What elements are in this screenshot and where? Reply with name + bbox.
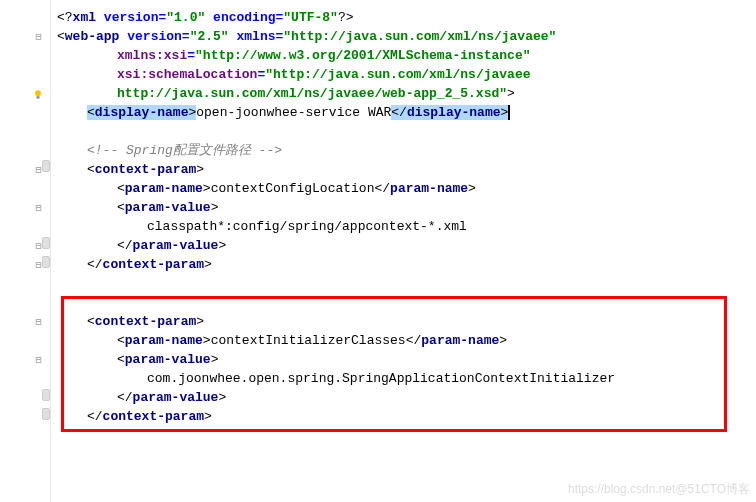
line-marker[interactable] xyxy=(42,160,50,172)
fold-icon[interactable]: ⊟ xyxy=(33,202,44,213)
line-marker[interactable] xyxy=(42,256,50,268)
code-editor: ⊟ ⊟ ⊟ ⊟ ⊟ ⊟ ⊟ xyxy=(0,0,756,502)
code-line: <!-- Spring配置文件路径 --> xyxy=(57,141,756,160)
code-line: xmlns:xsi="http://www.w3.org/2001/XMLSch… xyxy=(57,46,756,65)
code-line: xsi:schemaLocation="http://java.sun.com/… xyxy=(57,65,756,84)
code-line: http://java.sun.com/xml/ns/javaee/web-ap… xyxy=(57,84,756,103)
code-line: <param-name>contextInitializerClasses</p… xyxy=(57,331,756,350)
code-line: <?xml version="1.0" encoding="UTF-8"?> xyxy=(57,8,756,27)
svg-point-0 xyxy=(35,90,41,96)
code-line: com.joonwhee.open.spring.SpringApplicati… xyxy=(57,369,756,388)
code-line: </param-value> xyxy=(57,236,756,255)
code-line: <web-app version="2.5" xmlns="http://jav… xyxy=(57,27,756,46)
fold-icon[interactable]: ⊟ xyxy=(33,31,44,42)
code-line: <param-value> xyxy=(57,198,756,217)
fold-icon[interactable]: ⊟ xyxy=(33,316,44,327)
line-marker[interactable] xyxy=(42,389,50,401)
code-line: <display-name>open-joonwhee-service WAR<… xyxy=(57,103,756,122)
code-line xyxy=(57,122,756,141)
code-line: </context-param> xyxy=(57,255,756,274)
code-line: <context-param> xyxy=(57,312,756,331)
gutter: ⊟ ⊟ ⊟ ⊟ ⊟ ⊟ ⊟ xyxy=(0,0,51,502)
code-line: <param-value> xyxy=(57,350,756,369)
code-line xyxy=(57,293,756,312)
lightbulb-icon[interactable] xyxy=(32,88,44,100)
code-line: classpath*:config/spring/appcontext-*.xm… xyxy=(57,217,756,236)
code-line: <context-param> xyxy=(57,160,756,179)
svg-rect-1 xyxy=(37,96,40,98)
code-line: </context-param> xyxy=(57,407,756,426)
line-marker[interactable] xyxy=(42,237,50,249)
code-line: <param-name>contextConfigLocation</param… xyxy=(57,179,756,198)
fold-icon[interactable]: ⊟ xyxy=(33,354,44,365)
code-line xyxy=(57,274,756,293)
line-marker[interactable] xyxy=(42,408,50,420)
watermark: https://blog.csdn.net@51CTO博客 xyxy=(568,481,750,498)
code-line: </param-value> xyxy=(57,388,756,407)
code-area[interactable]: <?xml version="1.0" encoding="UTF-8"?> <… xyxy=(51,0,756,502)
